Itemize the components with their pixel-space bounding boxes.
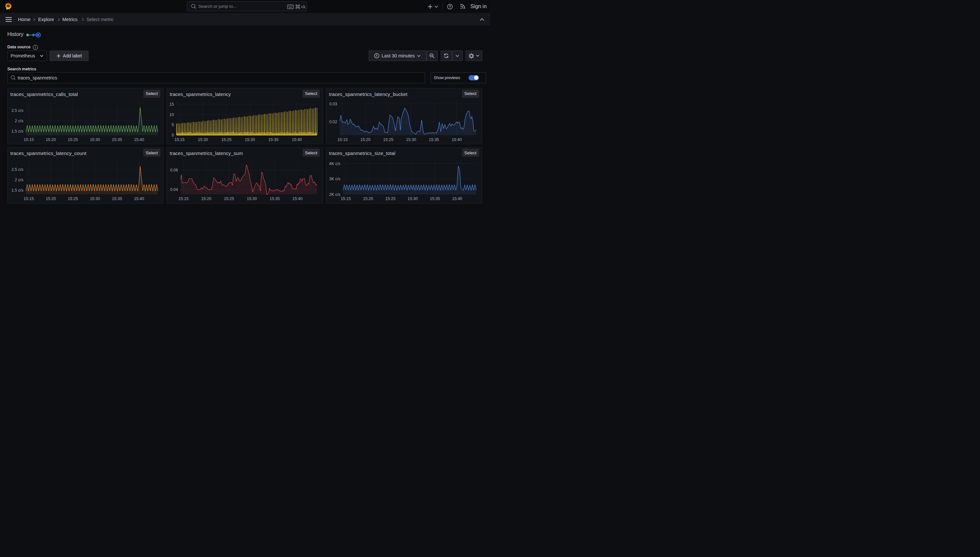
svg-text:0.04: 0.04: [170, 187, 178, 192]
svg-text:10: 10: [169, 112, 174, 117]
svg-text:15:20: 15:20: [361, 137, 371, 142]
svg-text:15:35: 15:35: [112, 137, 122, 142]
svg-text:15:15: 15:15: [175, 137, 185, 142]
svg-text:15:35: 15:35: [112, 197, 122, 201]
svg-text:15:15: 15:15: [338, 137, 348, 142]
svg-text:15:25: 15:25: [383, 137, 393, 142]
svg-text:1.5 c/s: 1.5 c/s: [11, 188, 23, 192]
svg-text:4K c/s: 4K c/s: [329, 161, 340, 166]
svg-text:15:20: 15:20: [198, 137, 208, 142]
svg-text:15:25: 15:25: [67, 197, 78, 201]
svg-text:15:40: 15:40: [134, 137, 144, 142]
svg-text:0.02: 0.02: [329, 120, 337, 124]
svg-text:15:25: 15:25: [67, 137, 78, 142]
svg-text:15:15: 15:15: [178, 197, 189, 201]
svg-text:15:15: 15:15: [23, 197, 33, 201]
svg-text:15:25: 15:25: [221, 137, 231, 142]
svg-text:15:20: 15:20: [46, 137, 56, 142]
svg-text:15:15: 15:15: [341, 197, 351, 201]
svg-text:15:30: 15:30: [90, 197, 100, 201]
svg-text:2K c/s: 2K c/s: [329, 192, 340, 197]
svg-text:2.5 c/s: 2.5 c/s: [11, 108, 23, 113]
svg-text:15:15: 15:15: [23, 137, 33, 142]
svg-text:15:30: 15:30: [90, 137, 100, 142]
svg-text:15:30: 15:30: [245, 137, 255, 142]
svg-text:2 c/s: 2 c/s: [15, 178, 23, 182]
svg-text:15:30: 15:30: [247, 197, 257, 201]
svg-text:3K c/s: 3K c/s: [329, 177, 340, 181]
svg-text:15:35: 15:35: [429, 137, 439, 142]
svg-text:15:20: 15:20: [201, 197, 211, 201]
svg-text:0: 0: [172, 133, 174, 137]
svg-text:15:35: 15:35: [430, 197, 440, 201]
svg-text:5: 5: [172, 122, 174, 127]
svg-text:15: 15: [169, 102, 174, 107]
svg-text:15:40: 15:40: [452, 197, 462, 201]
svg-text:1.5 c/s: 1.5 c/s: [11, 129, 23, 133]
svg-text:15:30: 15:30: [408, 197, 418, 201]
svg-text:0.03: 0.03: [329, 101, 337, 106]
svg-text:15:30: 15:30: [406, 137, 416, 142]
svg-text:15:20: 15:20: [46, 197, 56, 201]
svg-text:15:20: 15:20: [363, 197, 373, 201]
svg-text:15:35: 15:35: [268, 137, 278, 142]
svg-text:2.5 c/s: 2.5 c/s: [11, 167, 23, 172]
svg-text:15:40: 15:40: [134, 197, 144, 201]
svg-text:15:40: 15:40: [292, 197, 302, 201]
svg-text:15:35: 15:35: [270, 197, 280, 201]
svg-text:0.06: 0.06: [170, 168, 178, 173]
svg-text:15:25: 15:25: [224, 197, 234, 201]
svg-text:15:25: 15:25: [385, 197, 395, 201]
svg-text:15:40: 15:40: [452, 137, 462, 142]
svg-text:15:40: 15:40: [292, 137, 302, 142]
svg-text:2 c/s: 2 c/s: [15, 118, 23, 123]
